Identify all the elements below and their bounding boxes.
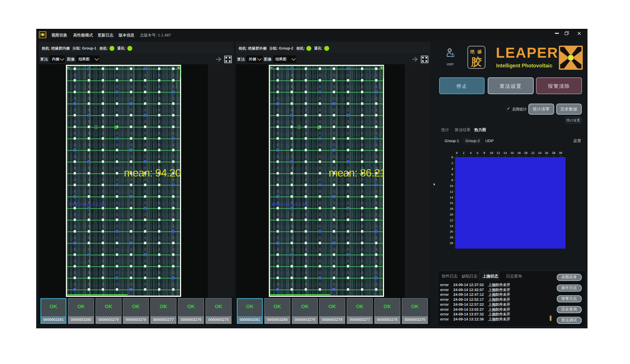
svg-text:TH Curve:0.4 1.38: TH Curve:0.4 1.38 [271, 202, 307, 207]
svg-text:工: 工 [297, 125, 301, 129]
svg-text:mean: 94.20: mean: 94.20 [124, 167, 181, 179]
svg-text:mean: 86.21: mean: 86.21 [329, 167, 384, 179]
svg-text:TH Curve:0.4 1.38: TH Curve:0.4 1.38 [69, 202, 104, 207]
svg-text:工: 工 [94, 125, 98, 129]
svg-text:缘: 缘 [317, 125, 321, 129]
svg-text:缘: 缘 [114, 125, 118, 129]
